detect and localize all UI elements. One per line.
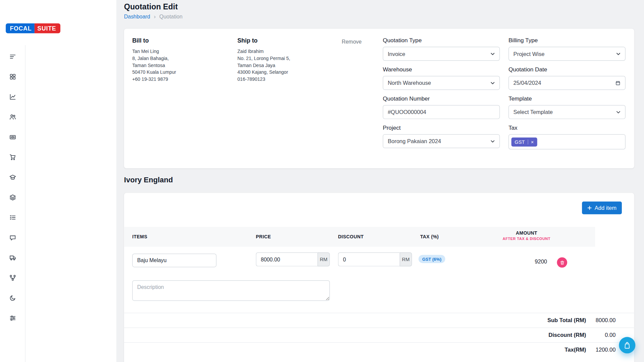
remove-tax-icon[interactable]: × — [531, 139, 534, 144]
subtotal-row: Sub Total (RM) 8000.00 — [124, 313, 634, 327]
totals-block: Sub Total (RM) 8000.00 Discount (RM) 0.0… — [124, 313, 634, 357]
items-card: Add item ITEMS PRICE DISCOUNT TAX (%) AM… — [124, 193, 634, 362]
warehouse-field: Warehouse North Warehouse — [383, 66, 500, 90]
brand-logo-primary: FOCAL — [6, 23, 35, 33]
delivery-truck-icon[interactable] — [8, 254, 16, 262]
bill-to-line: +60 19-321 9879 — [132, 76, 176, 83]
bill-to-line: Tan Mei Ling — [132, 48, 176, 55]
finance-cash-icon[interactable] — [8, 133, 16, 141]
col-price: PRICE — [256, 227, 271, 247]
ship-to-line: 43000 Kajang, Selangor — [237, 69, 290, 76]
price-currency-suffix: RM — [318, 252, 330, 266]
bill-to-block: Bill to Tan Mei Ling 8, Jalan Bahagia, T… — [132, 37, 176, 83]
warehouse-value: North Warehouse — [388, 80, 431, 86]
bill-to-line: 8, Jalan Bahagia, — [132, 55, 176, 62]
breadcrumb-dashboard-link[interactable]: Dashboard — [124, 13, 150, 19]
col-tax: TAX (%) — [420, 227, 439, 247]
quotation-date-input[interactable]: 25/04/2024 — [508, 76, 626, 90]
task-list-icon[interactable] — [8, 214, 16, 222]
discount-total-value: 0.00 — [586, 332, 615, 338]
quotation-details-card: Bill to Tan Mei Ling 8, Jalan Bahagia, T… — [124, 29, 634, 168]
tax-total-label: Tax(RM) — [565, 347, 586, 353]
crescent-icon[interactable] — [8, 294, 16, 302]
chat-icon[interactable] — [8, 234, 16, 242]
tax-total-value: 1200.00 — [586, 347, 615, 353]
project-select[interactable]: Borong Pakaian 2024 — [383, 134, 500, 148]
trash-icon — [559, 260, 565, 265]
ship-to-heading: Ship to — [237, 37, 290, 44]
subtotal-label: Sub Total (RM) — [547, 317, 586, 323]
discount-total-label: Discount (RM) — [548, 332, 586, 338]
layers-icon[interactable] — [8, 193, 16, 201]
tax-total-row: Tax(RM) 1200.00 — [124, 342, 634, 357]
billing-type-label: Billing Type — [508, 37, 626, 44]
dashboard-grid-icon[interactable] — [8, 73, 16, 81]
calendar-icon — [615, 80, 621, 85]
brand-logo: FOCAL SUITE — [6, 23, 60, 33]
billing-type-select[interactable]: Project Wise — [508, 47, 626, 61]
template-field: Template Select Template — [508, 95, 626, 119]
chevron-down-icon — [490, 81, 495, 85]
customer-name-heading: Ivory England — [124, 176, 173, 184]
quotation-form: Quotation Type Invoice Billing Type Proj… — [383, 37, 626, 149]
sidebar: FOCAL SUITE — [0, 0, 116, 362]
sliders-icon[interactable] — [8, 314, 16, 322]
tax-chip-text: GST — [515, 139, 525, 144]
ship-to-block: Ship to Zaid Ibrahim No. 21, Lorong Perm… — [237, 37, 290, 83]
app-window: FOCAL SUITE — [0, 0, 644, 362]
quotation-type-select[interactable]: Invoice — [383, 47, 500, 61]
remove-address-button[interactable]: Remove — [342, 39, 362, 45]
users-icon[interactable] — [8, 113, 16, 121]
bill-to-line: 50470 Kuala Lumpur — [132, 69, 176, 76]
discount-currency-suffix: RM — [399, 252, 412, 266]
page-title: Quotation Edit — [124, 2, 178, 11]
ship-to-line: 016-7890123 — [237, 76, 290, 83]
tax-label: Tax — [508, 124, 626, 131]
subtotal-value: 8000.00 — [586, 317, 615, 323]
template-label: Template — [508, 95, 626, 102]
project-field: Project Borong Pakaian 2024 — [383, 124, 500, 149]
discount-total-row: Discount (RM) 0.00 — [124, 327, 634, 342]
breadcrumb-separator: › — [154, 13, 156, 19]
add-item-button[interactable]: Add item — [582, 201, 622, 214]
tax-multiselect[interactable]: GST × — [508, 134, 626, 149]
item-name-input[interactable] — [132, 254, 216, 267]
menu-list-icon[interactable] — [8, 53, 16, 61]
bill-to-heading: Bill to — [132, 37, 176, 44]
quotation-number-label: Quotation Number — [383, 95, 500, 102]
bill-to-line: Taman Sentosa — [132, 62, 176, 69]
shopping-cart-icon[interactable] — [8, 153, 16, 161]
discount-input[interactable] — [338, 252, 400, 266]
breadcrumb-current: Quotation — [159, 13, 182, 19]
quotation-number-input[interactable] — [383, 105, 500, 119]
analytics-chart-icon[interactable] — [8, 93, 16, 101]
chevron-down-icon — [490, 139, 495, 143]
items-table-header: ITEMS PRICE DISCOUNT TAX (%) AMOUNT AFTE… — [124, 227, 595, 247]
graduation-cap-icon[interactable] — [8, 173, 16, 181]
chevron-down-icon — [490, 52, 495, 56]
quotation-date-value: 25/04/2024 — [514, 80, 541, 86]
breadcrumb: Dashboard › Quotation — [124, 13, 182, 19]
tax-chip-divider — [528, 139, 528, 144]
chevron-down-icon — [616, 52, 621, 56]
price-input-group: RM — [256, 252, 330, 266]
warehouse-select[interactable]: North Warehouse — [383, 76, 500, 90]
workflow-icon[interactable] — [8, 274, 16, 282]
item-description-textarea[interactable] — [132, 280, 330, 301]
quotation-type-field: Quotation Type Invoice — [383, 37, 500, 61]
price-input[interactable] — [256, 252, 318, 266]
shopping-bag-icon — [624, 342, 631, 349]
row-tax-badge: GST (6%) — [419, 255, 445, 263]
billing-type-value: Project Wise — [514, 51, 545, 57]
quotation-date-label: Quotation Date — [508, 66, 626, 73]
cart-fab-button[interactable] — [619, 337, 635, 353]
ship-to-line: Zaid Ibrahim — [237, 48, 290, 55]
template-select[interactable]: Select Template — [508, 105, 626, 119]
ship-to-line: Taman Desa Jaya — [237, 62, 290, 69]
tax-field: Tax GST × — [508, 124, 626, 149]
add-item-label: Add item — [595, 205, 616, 211]
delete-item-button[interactable] — [557, 257, 567, 268]
plus-icon — [587, 205, 592, 210]
col-items: ITEMS — [132, 227, 147, 247]
quotation-date-field: Quotation Date 25/04/2024 — [508, 66, 626, 90]
